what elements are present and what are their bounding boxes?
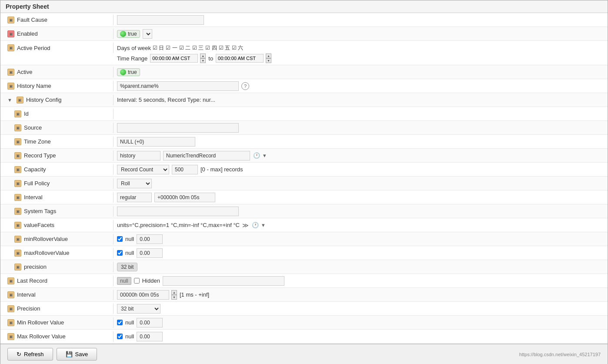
double-arrow-icon[interactable]: ≫ <box>242 222 249 229</box>
collapse-arrow[interactable]: ▼ <box>7 97 12 103</box>
label-full-policy: ▣ Full Policy <box>0 178 114 189</box>
input-min-rollover[interactable] <box>137 234 163 244</box>
day-check-fri[interactable]: ☑ 五 <box>219 44 230 52</box>
active-text: true <box>128 69 137 75</box>
input-timezone[interactable] <box>117 137 195 147</box>
row-max-rollover-value: ▣ Max Rollover Value null <box>0 330 608 344</box>
max-rollover-value-null-check[interactable] <box>117 334 123 339</box>
value-full-policy: Roll <box>114 177 608 190</box>
window-title: Property Sheet <box>6 3 49 10</box>
text-precision-sub: precision <box>24 264 47 270</box>
text-full-policy: Full Policy <box>24 180 50 187</box>
row-interval-main: ▣ Interval ▲▼ [1 ms - +inf] <box>0 288 608 302</box>
input-fault-cause[interactable] <box>117 15 204 25</box>
input-source[interactable] <box>117 123 239 133</box>
icon-capacity: ▣ <box>14 166 21 173</box>
save-button[interactable]: 💾 Save <box>57 348 97 361</box>
icon-precision-main: ▣ <box>7 305 14 312</box>
enabled-select[interactable]: ▾ <box>143 29 152 39</box>
time-from-spinner[interactable]: ▲▼ <box>200 53 206 63</box>
dropdown-arrow-record-type[interactable]: ▾ <box>263 152 266 159</box>
capacity-hint: [0 - max] records <box>200 166 243 173</box>
text-max-rollover-value: Max Rollover Value <box>17 333 66 340</box>
label-last-record: ▣ Last Record <box>0 276 114 286</box>
enabled-text: true <box>128 31 137 37</box>
capacity-type-select[interactable]: Record Count <box>117 165 169 174</box>
precision-main-select[interactable]: 32 bit <box>117 304 160 314</box>
value-value-facets: units=°C,precision=1 °C,min=-inf °C,max=… <box>114 220 608 231</box>
time-to-spinner[interactable]: ▲▼ <box>266 53 271 63</box>
input-min-rollover-value[interactable] <box>137 318 163 327</box>
footer-bar: ↻ Refresh 💾 Save https://blog.csdn.net/w… <box>0 344 608 364</box>
label-history-name: ▣ History Name <box>0 81 114 91</box>
icon-active-period: ▣ <box>7 44 14 51</box>
text-value-facets: valueFacets <box>24 222 54 228</box>
value-history-name: ? <box>114 80 608 93</box>
max-rollover-null-label: null <box>125 250 134 256</box>
refresh-button[interactable]: ↻ Refresh <box>7 348 53 361</box>
value-max-rollover: null <box>114 247 608 260</box>
day-check-sun[interactable]: ☑ 日 <box>153 44 164 52</box>
text-id: Id <box>24 110 29 117</box>
time-from-input[interactable] <box>150 54 198 63</box>
icon-id: ▣ <box>14 110 21 117</box>
icon-timezone: ▣ <box>14 138 21 145</box>
interval-spinner[interactable]: ▲▼ <box>171 290 177 300</box>
dropdown-arrow-value-facets[interactable]: ▾ <box>262 222 265 228</box>
row-capacity: ▣ Capacity Record Count [0 - max] record… <box>0 163 608 177</box>
icon-source: ▣ <box>14 124 21 131</box>
day-check-wed[interactable]: ☑ 三 <box>192 44 204 52</box>
content-area: ▣ Fault Cause ▣ Enabled true <box>0 13 608 364</box>
icon-history-name: ▣ <box>7 83 14 90</box>
day-check-sat[interactable]: ☑ 六 <box>232 44 243 52</box>
input-interval-main[interactable] <box>117 290 169 300</box>
icon-precision-sub: ▣ <box>14 264 21 270</box>
icon-fault-cause: ▣ <box>7 17 14 23</box>
text-history-name: History Name <box>17 83 51 89</box>
row-active: ▣ Active true <box>0 65 608 79</box>
input-max-rollover[interactable] <box>137 248 163 258</box>
value-source <box>114 121 608 134</box>
row-id: ▣ Id <box>0 107 608 121</box>
day-check-tue[interactable]: ☑ 二 <box>179 44 190 52</box>
input-history-name[interactable] <box>117 81 239 91</box>
property-sheet-window: Property Sheet ▣ Fault Cause ▣ Enabled <box>0 0 608 364</box>
value-record-type: 🕐 ▾ <box>114 149 608 162</box>
row-record-type: ▣ Record Type 🕐 ▾ <box>0 149 608 163</box>
clock-icon-value-facets[interactable]: 🕐 <box>251 221 259 229</box>
input-last-record[interactable] <box>163 276 284 286</box>
value-precision-main: 32 bit <box>114 302 608 315</box>
last-record-hidden-check[interactable] <box>134 278 140 284</box>
clock-icon-record-type[interactable]: 🕐 <box>253 152 261 160</box>
min-rollover-value-null-check[interactable] <box>117 320 123 325</box>
input-system-tags[interactable] <box>117 207 239 216</box>
day-check-mon[interactable]: ☑ 一 <box>166 44 177 52</box>
value-min-rollover-value: null <box>114 316 608 329</box>
min-rollover-null-check[interactable] <box>117 236 123 242</box>
input-interval-config-val[interactable] <box>154 193 215 202</box>
help-icon-history-name[interactable]: ? <box>241 82 249 90</box>
row-enabled: ▣ Enabled true ▾ <box>0 27 608 41</box>
max-rollover-null-check[interactable] <box>117 250 123 256</box>
row-history-config: ▼ ▣ History Config Interval: 5 seconds, … <box>0 93 608 107</box>
row-full-policy: ▣ Full Policy Roll <box>0 177 608 190</box>
value-max-rollover-value: null <box>114 330 608 343</box>
input-record-type-2[interactable] <box>163 151 250 160</box>
row-last-record: ▣ Last Record null Hidden <box>0 274 608 288</box>
row-active-period: ▣ Active Period Days of week ☑ 日 ☑ 一 ☑ 二… <box>0 41 608 65</box>
row-precision-sub: ▣ precision 32 bit <box>0 260 608 274</box>
day-check-thu[interactable]: ☑ 四 <box>205 44 217 52</box>
history-config-summary: Interval: 5 seconds, Record Type: nur... <box>117 97 215 103</box>
text-precision-main: Precision <box>17 305 40 312</box>
input-capacity-count[interactable] <box>172 165 198 174</box>
time-to-input[interactable] <box>216 54 264 63</box>
full-policy-select[interactable]: Roll <box>117 179 152 188</box>
input-interval-config-type[interactable] <box>117 193 152 202</box>
icon-interval-main: ▣ <box>7 291 14 298</box>
property-table: ▣ Fault Cause ▣ Enabled true <box>0 13 608 344</box>
value-interval-main: ▲▼ [1 ms - +inf] <box>114 288 608 301</box>
label-max-rollover-value: ▣ Max Rollover Value <box>0 331 114 342</box>
input-record-type-1[interactable] <box>117 151 160 160</box>
icon-enabled: ▣ <box>7 30 14 37</box>
input-max-rollover-value[interactable] <box>137 332 163 341</box>
